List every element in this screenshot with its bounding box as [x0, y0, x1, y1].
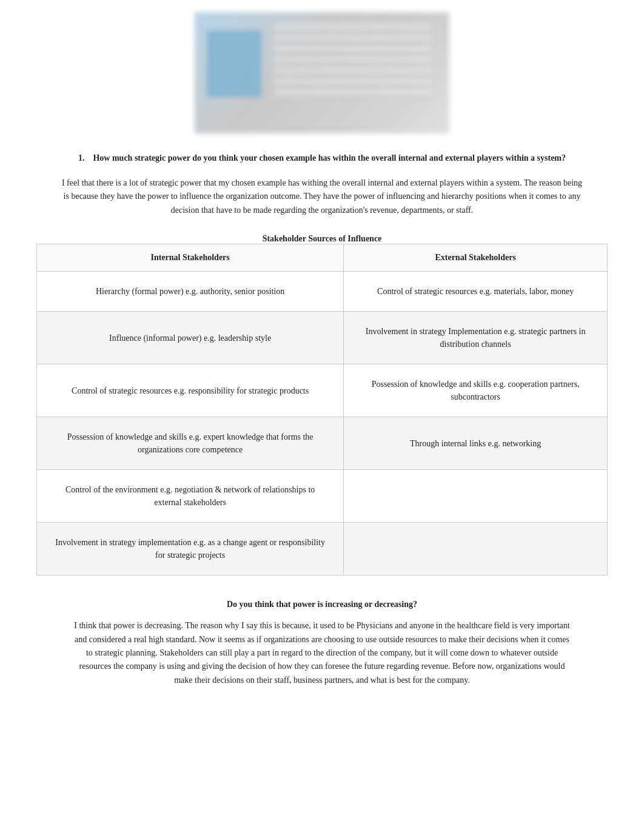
- table-row: Control of strategic resources e.g. resp…: [37, 364, 608, 417]
- internal-cell: Possession of knowledge and skills e.g. …: [37, 417, 344, 470]
- table-row: Involvement in strategy implementation e…: [37, 523, 608, 575]
- internal-cell: Control of the environment e.g. negotiat…: [37, 470, 344, 523]
- internal-cell: Influence (informal power) e.g. leadersh…: [37, 312, 344, 364]
- col1-header: Internal Stakeholders: [37, 244, 344, 272]
- blurred-image: [195, 12, 449, 133]
- question1-body: How much strategic power do you think yo…: [93, 153, 566, 163]
- question2-block: Do you think that power is increasing or…: [36, 600, 608, 609]
- table-row: Influence (informal power) e.g. leadersh…: [37, 312, 608, 364]
- answer1-block: I feel that there is a lot of strategic …: [36, 176, 608, 217]
- col2-header: External Stakeholders: [344, 244, 608, 272]
- external-cell: Control of strategic resources e.g. mate…: [344, 272, 608, 312]
- table-row: Possession of knowledge and skills e.g. …: [37, 417, 608, 470]
- internal-cell: Hierarchy (formal power) e.g. authority,…: [37, 272, 344, 312]
- answer2-text: I think that power is decreasing. The re…: [74, 621, 569, 685]
- table-title: Stakeholder Sources of Influence: [36, 234, 608, 244]
- table-header-row: Internal Stakeholders External Stakehold…: [37, 244, 608, 272]
- question1-text: 1. How much strategic power do you think…: [78, 153, 566, 163]
- question1-block: 1. How much strategic power do you think…: [36, 152, 608, 164]
- table-row: Hierarchy (formal power) e.g. authority,…: [37, 272, 608, 312]
- question2-text: Do you think that power is increasing or…: [227, 600, 417, 609]
- answer2-block: I think that power is decreasing. The re…: [36, 619, 608, 687]
- stakeholder-table: Internal Stakeholders External Stakehold…: [36, 244, 608, 575]
- internal-cell: Control of strategic resources e.g. resp…: [37, 364, 344, 417]
- question1-label: 1.: [78, 153, 85, 163]
- external-cell: Involvement in strategy Implementation e…: [344, 312, 608, 364]
- external-cell: Possession of knowledge and skills e.g. …: [344, 364, 608, 417]
- external-cell: Through internal links e.g. networking: [344, 417, 608, 470]
- external-cell: [344, 470, 608, 523]
- answer1-text: I feel that there is a lot of strategic …: [62, 178, 582, 215]
- table-row: Control of the environment e.g. negotiat…: [37, 470, 608, 523]
- page-container: 1. How much strategic power do you think…: [0, 0, 644, 723]
- external-cell: [344, 523, 608, 575]
- internal-cell: Involvement in strategy implementation e…: [37, 523, 344, 575]
